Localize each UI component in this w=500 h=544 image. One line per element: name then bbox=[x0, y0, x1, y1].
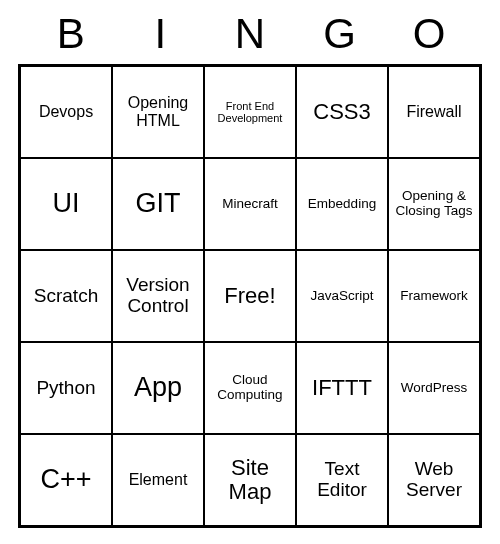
cell-text: Embedding bbox=[308, 197, 376, 212]
cell-text: Scratch bbox=[34, 286, 98, 307]
cell-text: Site Map bbox=[208, 456, 292, 504]
cell-text: JavaScript bbox=[310, 289, 373, 304]
bingo-cell-1-0[interactable]: UI bbox=[20, 158, 112, 250]
bingo-cell-1-1[interactable]: GIT bbox=[112, 158, 204, 250]
cell-text: Opening & Closing Tags bbox=[392, 189, 476, 219]
cell-text: IFTTT bbox=[312, 376, 372, 400]
bingo-cell-4-3[interactable]: Text Editor bbox=[296, 434, 388, 526]
bingo-cell-0-2[interactable]: Front End Development bbox=[204, 66, 296, 158]
cell-text: Framework bbox=[400, 289, 468, 304]
cell-text: Minecraft bbox=[222, 197, 278, 212]
bingo-header: B I N G O bbox=[18, 10, 482, 58]
cell-text: Text Editor bbox=[300, 459, 384, 501]
cell-text: App bbox=[134, 373, 182, 403]
cell-text: UI bbox=[53, 189, 80, 219]
header-letter-g: G bbox=[295, 10, 385, 58]
bingo-cell-0-1[interactable]: Opening HTML bbox=[112, 66, 204, 158]
bingo-grid: DevopsOpening HTMLFront End DevelopmentC… bbox=[18, 64, 482, 528]
bingo-cell-4-4[interactable]: Web Server bbox=[388, 434, 480, 526]
cell-text: Cloud Computing bbox=[208, 373, 292, 403]
header-letter-b: B bbox=[26, 10, 116, 58]
cell-text: Python bbox=[36, 378, 95, 399]
cell-text: WordPress bbox=[401, 381, 468, 396]
cell-text: Free! bbox=[224, 284, 275, 308]
header-letter-n: N bbox=[205, 10, 295, 58]
header-letter-i: I bbox=[116, 10, 206, 58]
cell-text: Element bbox=[129, 471, 188, 489]
bingo-cell-3-1[interactable]: App bbox=[112, 342, 204, 434]
bingo-cell-4-1[interactable]: Element bbox=[112, 434, 204, 526]
bingo-cell-2-3[interactable]: JavaScript bbox=[296, 250, 388, 342]
bingo-cell-2-4[interactable]: Framework bbox=[388, 250, 480, 342]
bingo-cell-2-1[interactable]: Version Control bbox=[112, 250, 204, 342]
bingo-cell-3-2[interactable]: Cloud Computing bbox=[204, 342, 296, 434]
bingo-cell-0-0[interactable]: Devops bbox=[20, 66, 112, 158]
cell-text: CSS3 bbox=[313, 100, 370, 124]
cell-text: Devops bbox=[39, 103, 93, 121]
bingo-cell-0-3[interactable]: CSS3 bbox=[296, 66, 388, 158]
bingo-cell-2-0[interactable]: Scratch bbox=[20, 250, 112, 342]
cell-text: C++ bbox=[40, 465, 91, 495]
bingo-cell-1-2[interactable]: Minecraft bbox=[204, 158, 296, 250]
bingo-cell-3-4[interactable]: WordPress bbox=[388, 342, 480, 434]
bingo-cell-4-0[interactable]: C++ bbox=[20, 434, 112, 526]
cell-text: Opening HTML bbox=[116, 94, 200, 129]
bingo-cell-4-2[interactable]: Site Map bbox=[204, 434, 296, 526]
bingo-cell-1-3[interactable]: Embedding bbox=[296, 158, 388, 250]
bingo-cell-3-3[interactable]: IFTTT bbox=[296, 342, 388, 434]
bingo-cell-3-0[interactable]: Python bbox=[20, 342, 112, 434]
cell-text: Version Control bbox=[116, 275, 200, 317]
cell-text: GIT bbox=[136, 189, 181, 219]
header-letter-o: O bbox=[384, 10, 474, 58]
bingo-card: B I N G O DevopsOpening HTMLFront End De… bbox=[18, 10, 482, 528]
bingo-cell-1-4[interactable]: Opening & Closing Tags bbox=[388, 158, 480, 250]
cell-text: Web Server bbox=[392, 459, 476, 501]
cell-text: Front End Development bbox=[208, 100, 292, 124]
bingo-cell-2-2[interactable]: Free! bbox=[204, 250, 296, 342]
bingo-cell-0-4[interactable]: Firewall bbox=[388, 66, 480, 158]
cell-text: Firewall bbox=[406, 103, 461, 121]
